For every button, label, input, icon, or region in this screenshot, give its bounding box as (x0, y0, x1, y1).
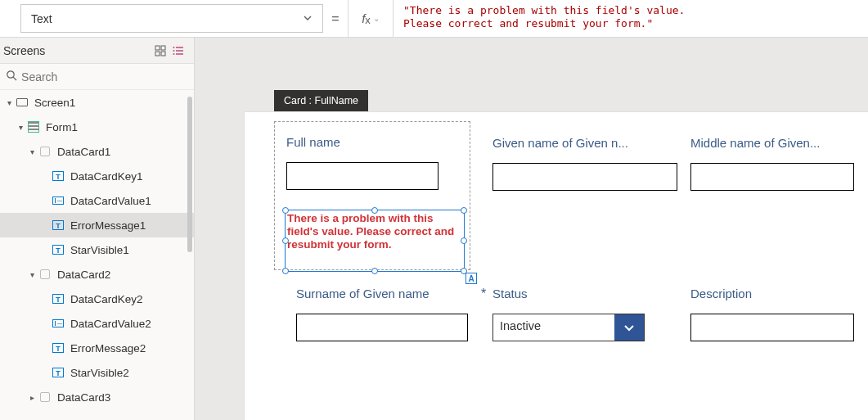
tree-node-label: DataCardKey2 (70, 293, 143, 305)
tree-node-errormessage2[interactable]: ▸TErrorMessage2 (0, 336, 194, 360)
text-icon: T (51, 291, 65, 306)
selection-chip[interactable]: Card : FullName (274, 90, 368, 111)
datacard-status[interactable]: * Status Inactive (492, 287, 645, 341)
tree-node-datacardvalue2[interactable]: ▸DataCardValue2 (0, 311, 194, 336)
group-icon (38, 144, 52, 159)
error-message-text: There is a problem with this field's val… (286, 210, 464, 253)
svg-point-7 (7, 71, 14, 78)
tree-node-label: StarVisible2 (70, 367, 129, 379)
required-star-icon: * (481, 287, 486, 301)
svg-point-4 (173, 47, 175, 48)
tree-node-errormessage1[interactable]: ▸TErrorMessage1 (0, 213, 194, 237)
tree-node-label: Form1 (46, 121, 78, 133)
resize-handle[interactable] (371, 207, 378, 214)
field-label-description: Description (690, 287, 854, 300)
field-input-givenname[interactable] (492, 163, 677, 191)
tree-search (0, 64, 194, 90)
text-icon: T (51, 218, 65, 233)
tree-node-datacardkey2[interactable]: ▸TDataCardKey2 (0, 287, 194, 311)
svg-rect-1 (161, 46, 165, 50)
tree-body: ▾Screen1▾Form1▾DataCard1▸TDataCardKey1▸D… (0, 90, 194, 420)
datacard-middlename[interactable]: Middle name of Given... (690, 136, 854, 191)
resize-handle[interactable] (371, 268, 378, 274)
tree-node-datacardkey1[interactable]: ▸TDataCardKey1 (0, 164, 194, 188)
tree-node-label: Screen1 (34, 97, 75, 109)
datacard-givenname[interactable]: Given name of Given n... (492, 136, 677, 191)
tree-node-starvisible2[interactable]: ▸TStarVisible2 (0, 360, 194, 385)
svg-rect-3 (161, 52, 165, 56)
tree-node-datacardvalue1[interactable]: ▸DataCardValue1 (0, 188, 194, 213)
scrollbar-thumb[interactable] (187, 97, 192, 252)
tree-node-label: DataCardValue1 (70, 195, 151, 207)
field-input-middlename[interactable] (690, 163, 854, 191)
tree-node-label: ErrorMessage1 (70, 219, 146, 232)
field-input-fullname[interactable] (286, 162, 438, 190)
fx-button[interactable]: fx ⌄ (348, 0, 394, 37)
form-icon (26, 120, 41, 134)
tree-node-label: DataCard1 (57, 146, 110, 158)
datacard-description[interactable]: Description (690, 287, 854, 341)
text-icon: T (51, 242, 65, 257)
status-select-value: Inactive (493, 314, 614, 341)
caret-icon[interactable]: ▾ (3, 98, 15, 107)
tree-node-starvisible1[interactable]: ▸TStarVisible1 (0, 237, 194, 262)
input-icon (51, 316, 65, 331)
equals-label: = (323, 0, 348, 37)
formula-bar: Text = fx ⌄ "There is a problem with thi… (0, 0, 868, 38)
tree-title: Screens (3, 44, 151, 57)
caret-icon[interactable]: ▾ (26, 270, 38, 279)
chevron-down-icon: ⌄ (373, 14, 380, 23)
resize-handle[interactable] (461, 237, 467, 244)
tree-node-label: DataCardValue2 (70, 318, 151, 330)
text-icon: T (51, 341, 65, 355)
status-select[interactable]: Inactive (492, 314, 645, 341)
thumbnail-view-icon[interactable] (151, 42, 169, 60)
group-icon (38, 267, 52, 282)
selection-chip-label: Card : FullName (284, 95, 358, 106)
resize-handle[interactable] (282, 237, 289, 244)
svg-rect-0 (155, 46, 160, 50)
chevron-down-icon[interactable] (614, 314, 644, 341)
selection-box[interactable]: There is a problem with this field's val… (285, 210, 465, 272)
tree-node-datacard2[interactable]: ▾DataCard2 (0, 262, 194, 287)
svg-point-6 (173, 53, 175, 55)
chevron-down-icon (303, 12, 313, 25)
screen-icon (15, 95, 29, 110)
tree-node-label: ErrorMessage2 (70, 342, 146, 355)
accessibility-badge[interactable]: A (465, 273, 477, 284)
property-dropdown-value: Text (31, 12, 52, 25)
field-label-status: Status (492, 287, 645, 300)
svg-line-8 (13, 77, 16, 80)
tree-node-label: DataCard3 (57, 391, 110, 404)
field-label-surname: Surname of Given name (296, 287, 468, 300)
tree-search-input[interactable] (20, 70, 191, 84)
tree-node-datacard1[interactable]: ▾DataCard1 (0, 139, 194, 164)
text-icon: T (51, 169, 65, 183)
tree-header: Screens (0, 38, 194, 64)
svg-rect-2 (155, 52, 160, 56)
caret-icon[interactable]: ▸ (26, 393, 38, 402)
field-label-middlename: Middle name of Given... (690, 136, 854, 150)
input-icon (51, 193, 65, 208)
field-label-fullname: Full name (286, 135, 458, 149)
caret-icon[interactable]: ▾ (26, 147, 38, 156)
datacard-surname[interactable]: Surname of Given name (296, 287, 468, 341)
resize-handle[interactable] (282, 268, 289, 274)
tree-node-form1[interactable]: ▾Form1 (0, 115, 194, 139)
tree-node-label: StarVisible1 (70, 244, 129, 256)
caret-icon[interactable]: ▾ (15, 123, 26, 132)
svg-point-5 (173, 50, 175, 52)
group-icon (38, 390, 52, 404)
canvas[interactable]: Card : FullName Full name There is a pro… (195, 38, 868, 420)
field-input-description[interactable] (690, 314, 854, 341)
tree-node-label: DataCardKey1 (70, 170, 143, 183)
property-dropdown[interactable]: Text (20, 4, 323, 33)
tree-node-datacard3[interactable]: ▸DataCard3 (0, 385, 194, 409)
field-input-surname[interactable] (296, 314, 468, 341)
resize-handle[interactable] (282, 207, 289, 214)
resize-handle[interactable] (461, 207, 467, 214)
list-view-icon[interactable] (169, 42, 187, 60)
tree-node-screen1[interactable]: ▾Screen1 (0, 90, 194, 115)
search-icon (3, 70, 20, 84)
formula-text[interactable]: "There is a problem with this field's va… (394, 0, 868, 37)
